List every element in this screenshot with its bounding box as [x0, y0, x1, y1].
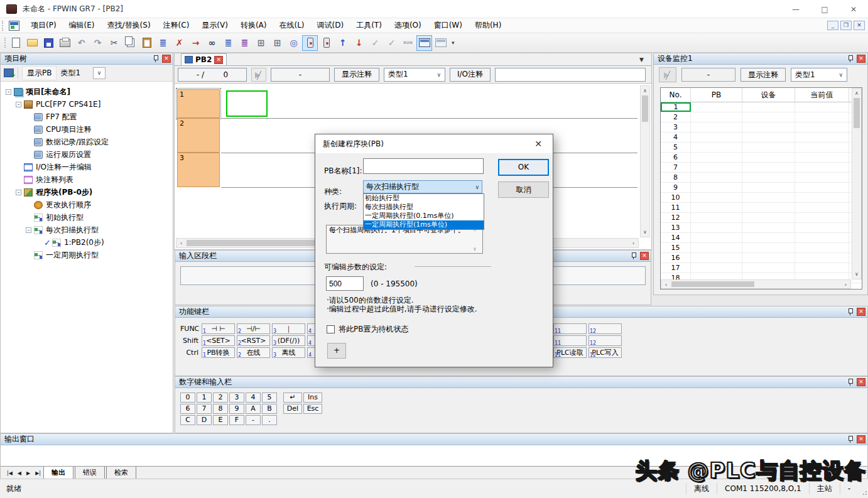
ok-button[interactable]: OK	[498, 159, 549, 176]
function-key-1[interactable]: 1⊣ ⊢	[202, 323, 235, 334]
table-cell[interactable]	[795, 213, 849, 222]
table-row[interactable]: 9	[661, 183, 862, 193]
menu-item-11[interactable]: 窗口(W)	[428, 18, 469, 33]
row-number-cell[interactable]: 10	[661, 193, 691, 202]
table-cell[interactable]	[795, 143, 849, 152]
table-cell[interactable]	[742, 143, 795, 152]
scroll-up-icon[interactable]: ∧	[473, 227, 551, 232]
menu-item-10[interactable]: 选项(O)	[388, 18, 428, 33]
new-file-icon[interactable]	[8, 35, 24, 51]
minimize-icon[interactable]: —	[781, 0, 810, 18]
insert-row-icon[interactable]: ≣	[155, 35, 171, 51]
dropdown-option-4[interactable]: 一定周期执行型(1ms单位)	[364, 220, 484, 229]
chevron-down-icon[interactable]: ∨	[93, 67, 106, 79]
scrollbar-thumb[interactable]	[854, 98, 860, 128]
table-cell[interactable]	[742, 193, 795, 202]
scroll-right-icon[interactable]: ›	[841, 280, 850, 288]
table-row[interactable]: 5	[661, 143, 862, 153]
device-monitor-on-icon[interactable]	[416, 35, 432, 51]
output-tab-3[interactable]: 检索	[106, 467, 136, 479]
tree-expander-icon[interactable]: -	[26, 227, 31, 233]
show-comment-button[interactable]: 显示注释	[334, 68, 379, 82]
table-cell[interactable]	[691, 233, 742, 242]
table-cell[interactable]	[691, 203, 742, 212]
tree-node[interactable]: -每次扫描执行型	[1, 224, 173, 236]
program-check-icon[interactable]: ✓	[367, 35, 383, 51]
table-row[interactable]: 12	[661, 213, 862, 223]
show-pb-button[interactable]: 显示PB	[22, 66, 57, 80]
table-cell[interactable]	[795, 223, 849, 232]
rung-number[interactable]: 3	[177, 153, 220, 187]
table-cell[interactable]	[742, 213, 795, 222]
table-cell[interactable]	[795, 193, 849, 202]
paste-icon[interactable]	[139, 35, 155, 51]
rung-number[interactable]: 2	[177, 118, 220, 153]
row-number-cell[interactable]: 6	[661, 153, 691, 162]
jump-icon[interactable]: →	[188, 35, 203, 51]
key-7[interactable]: 7	[197, 404, 212, 414]
key-.[interactable]: .	[262, 415, 277, 425]
table-cell[interactable]	[742, 183, 795, 192]
key-6[interactable]: 6	[180, 404, 195, 414]
table-cell[interactable]	[795, 173, 849, 182]
row-number-cell[interactable]: 15	[661, 243, 691, 252]
comment-input[interactable]	[495, 68, 646, 82]
key-4[interactable]: 4	[246, 392, 261, 403]
table-row[interactable]: 14	[661, 233, 862, 243]
menu-item-4[interactable]: 注释(C)	[157, 18, 196, 33]
table-row[interactable]: 15	[661, 243, 862, 253]
scroll-down-icon[interactable]: ∨	[641, 227, 649, 237]
key-2[interactable]: 2	[213, 392, 228, 403]
tree-node[interactable]: 块注释列表	[1, 173, 173, 186]
key-E[interactable]: E	[213, 415, 228, 425]
function-key-1[interactable]: 1<SET>	[202, 335, 235, 346]
dropdown-option-1[interactable]: 初始执行型	[364, 194, 484, 203]
table-cell[interactable]	[742, 102, 795, 112]
scroll-left-icon[interactable]: ‹	[176, 239, 186, 247]
key-8[interactable]: 8	[213, 404, 228, 414]
menu-item-7[interactable]: 在线(L)	[273, 18, 311, 33]
totalize-check-icon[interactable]: ✓	[384, 35, 399, 51]
undo-icon[interactable]: ↶	[73, 35, 89, 51]
maximize-icon[interactable]: □	[810, 0, 839, 18]
function-key-1[interactable]: 1PB转换	[202, 347, 235, 358]
run-mode-icon[interactable]: RUN	[400, 35, 416, 51]
io-comment-button[interactable]: I/O注释	[450, 68, 491, 82]
scroll-right-icon[interactable]: ›	[629, 239, 638, 247]
tree-node[interactable]: 更改执行顺序	[1, 198, 173, 211]
tree-expander-icon[interactable]: -	[6, 89, 11, 95]
open-project-icon[interactable]	[24, 35, 40, 51]
table-row[interactable]: 6	[661, 153, 862, 163]
pin-icon[interactable]	[630, 252, 637, 260]
close-icon[interactable]: ✕	[857, 378, 865, 386]
key-1[interactable]: 1	[197, 392, 212, 403]
rung-number[interactable]: 1	[177, 89, 220, 118]
monitor-play-pause-icon[interactable]	[659, 67, 676, 82]
function-key-2[interactable]: 2<RST>	[237, 335, 270, 346]
table-cell[interactable]	[691, 183, 742, 192]
scroll-up-icon[interactable]: ∧	[641, 86, 649, 95]
dropdown-option-3[interactable]: 一定周期执行型(0.1ms单位)	[364, 212, 484, 220]
close-icon[interactable]: ✕	[162, 55, 171, 63]
table-row[interactable]: 1	[661, 102, 862, 112]
row-number-cell[interactable]: 5	[661, 143, 691, 152]
device-comment-icon[interactable]: ⊞	[269, 35, 285, 51]
table-row[interactable]: 3	[661, 122, 862, 133]
menu-item-12[interactable]: 帮助(H)	[469, 18, 507, 33]
horizontal-scrollbar[interactable]: ‹ ›	[661, 279, 851, 289]
table-cell[interactable]	[795, 163, 849, 172]
table-cell[interactable]	[795, 133, 849, 142]
device-monitor-off-icon[interactable]	[433, 35, 448, 51]
output-tab-1[interactable]: 输出	[43, 467, 73, 479]
key-F[interactable]: F	[229, 415, 244, 425]
row-number-cell[interactable]: 8	[661, 173, 691, 182]
pin-icon[interactable]	[152, 55, 160, 63]
row-number-cell[interactable]: 1	[661, 102, 691, 112]
table-cell[interactable]	[691, 263, 742, 273]
row-number-cell[interactable]: 3	[661, 122, 691, 132]
row-number-cell[interactable]: 14	[661, 233, 691, 242]
table-cell[interactable]	[795, 102, 849, 112]
table-cell[interactable]	[742, 263, 795, 273]
row-number-cell[interactable]: 9	[661, 183, 691, 192]
program-monitor-icon[interactable]: ◎	[286, 35, 301, 51]
